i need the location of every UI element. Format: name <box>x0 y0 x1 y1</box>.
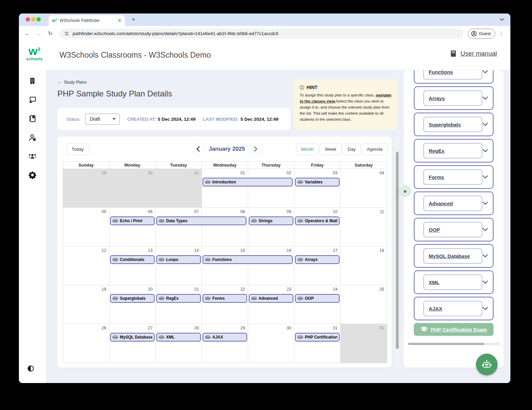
calendar-cell[interactable]: 24phpOOP <box>294 285 341 324</box>
topic-link[interactable]: Forms <box>423 169 482 185</box>
prev-month-button[interactable] <box>192 143 204 155</box>
topic-card[interactable]: Superglobals <box>414 113 494 136</box>
topic-card[interactable]: Arrays <box>414 86 494 110</box>
chevron-down-icon[interactable] <box>482 175 488 179</box>
chevron-down-icon[interactable] <box>482 228 488 231</box>
calendar-cell[interactable]: 04 <box>341 169 387 208</box>
calendar-cell[interactable]: 11 <box>341 208 387 246</box>
calendar-cell[interactable]: 12 <box>63 246 109 285</box>
minimize-window-button[interactable] <box>31 17 35 22</box>
calendar-event[interactable]: phpAdvanced <box>249 294 293 303</box>
calendar-event[interactable]: phpOOP <box>295 294 340 303</box>
calendar-event[interactable]: phpArrays <box>295 255 340 264</box>
chevron-down-icon[interactable] <box>482 281 488 284</box>
calendar-event[interactable]: phpStrings <box>249 216 293 225</box>
topic-card[interactable]: Functions <box>414 70 494 84</box>
calendar-cell[interactable]: 07phpData Types <box>156 208 202 246</box>
classes-icon[interactable] <box>28 95 37 104</box>
topic-card[interactable]: AJAX <box>414 297 494 320</box>
view-month-button[interactable]: Month <box>296 143 319 155</box>
calendar-cell[interactable]: 21phpRegEx <box>156 285 202 324</box>
topic-card[interactable]: Advanced <box>414 192 494 215</box>
view-agenda-button[interactable]: Agenda <box>362 143 388 155</box>
calendar-cell[interactable]: 16 <box>248 246 294 285</box>
php-certification-exam-button[interactable]: PHP Certification Exam <box>414 323 494 336</box>
topic-card[interactable]: MySQL Database <box>414 244 494 268</box>
calendar-cell[interactable]: 01 <box>341 324 387 363</box>
calendar-cell[interactable]: 10phpOperators & Math <box>294 208 341 246</box>
tab-search-chevron-icon[interactable] <box>498 16 506 23</box>
guest-profile-button[interactable]: Guest <box>468 29 495 39</box>
calendar-cell[interactable]: 23phpAdvanced <box>248 285 294 324</box>
chevron-down-icon[interactable] <box>482 96 488 100</box>
topic-link[interactable]: Functions <box>423 70 482 80</box>
students-icon[interactable] <box>28 152 37 160</box>
calendar-event[interactable]: phpIntroduction <box>203 178 293 186</box>
browser-menu-icon[interactable]: ⋮ <box>499 30 504 37</box>
topic-link[interactable]: Arrays <box>423 90 482 106</box>
organization-icon[interactable] <box>28 77 37 85</box>
chevron-down-icon[interactable] <box>482 254 488 258</box>
calendar-event[interactable]: phpFunctions <box>203 255 293 264</box>
topic-card[interactable]: Forms <box>414 165 494 189</box>
calendar-cell[interactable]: 31 <box>156 169 202 208</box>
calendar-cell[interactable]: 06phpEcho / Print <box>109 208 156 246</box>
calendar-cell[interactable]: 14phpLoops <box>156 246 202 285</box>
chevron-down-icon[interactable] <box>482 70 488 74</box>
calendar-cell[interactable]: 13phpConditionals <box>109 246 156 285</box>
breadcrumb[interactable]: ← Study Plans <box>57 80 86 85</box>
calendar-cell[interactable]: 30 <box>109 169 156 208</box>
calendar-cell[interactable]: 20phpSuperglobals <box>109 285 156 324</box>
calendar-cell[interactable]: 19 <box>63 285 109 324</box>
w3schools-logo[interactable]: w3 schools <box>24 45 45 61</box>
today-button[interactable]: Today <box>66 143 89 155</box>
study-plans-icon[interactable] <box>28 114 37 123</box>
browser-tab[interactable]: w3 W3Schools Pathfinder ✕ <box>49 15 125 26</box>
topic-link[interactable]: AJAX <box>423 301 482 316</box>
dark-mode-toggle-icon[interactable] <box>28 365 34 372</box>
calendar-event[interactable]: phpRegEx <box>156 294 201 303</box>
calendar-cell[interactable]: 29 <box>63 169 109 208</box>
calendar-event[interactable]: phpMySQL Database <box>110 333 155 342</box>
forward-icon[interactable]: → <box>33 30 45 37</box>
topic-link[interactable]: RegEx <box>423 143 482 158</box>
tab-close-icon[interactable]: ✕ <box>117 18 122 23</box>
vertical-scrollbar[interactable] <box>396 137 399 368</box>
topic-card[interactable]: RegEx <box>414 139 494 163</box>
calendar-cell[interactable]: 17phpArrays <box>294 246 341 285</box>
topic-link[interactable]: OOP <box>423 222 482 237</box>
calendar-cell[interactable]: 08 <box>202 208 248 246</box>
calendar-event[interactable]: phpEcho / Print <box>110 216 155 225</box>
next-month-button[interactable] <box>250 143 262 155</box>
site-settings-icon[interactable] <box>64 31 69 36</box>
calendar-cell[interactable]: 18 <box>341 246 387 285</box>
calendar-cell[interactable]: 09phpStrings <box>248 208 294 246</box>
reload-icon[interactable]: ↻ <box>45 30 56 37</box>
calendar-event[interactable]: phpPHP Certification ... <box>295 333 340 342</box>
calendar-cell[interactable]: 29phpAJAX <box>202 324 248 363</box>
calendar-event[interactable]: phpXML <box>156 333 201 342</box>
calendar-event[interactable]: phpForms <box>203 294 247 303</box>
calendar-cell[interactable]: 05 <box>63 208 109 246</box>
calendar-cell[interactable]: 15phpFunctions <box>202 246 248 285</box>
horizontal-scrollbar-thumb[interactable] <box>408 343 484 345</box>
calendar-cell[interactable]: 22phpForms <box>202 285 248 324</box>
calendar-cell[interactable]: 27phpMySQL Database <box>109 324 156 363</box>
calendar-event[interactable]: phpConditionals <box>110 255 155 264</box>
topic-link[interactable]: MySQL Database <box>423 248 482 264</box>
vertical-scrollbar-thumb[interactable] <box>396 152 399 349</box>
breadcrumb-label[interactable]: Study Plans <box>64 80 87 85</box>
calendar-event[interactable]: phpLoops <box>156 255 201 264</box>
chevron-down-icon[interactable] <box>482 149 488 152</box>
calendar-event[interactable]: phpAJAX <box>203 333 247 342</box>
collapse-panel-button[interactable]: » <box>399 185 411 197</box>
close-window-button[interactable] <box>26 17 30 22</box>
topic-link[interactable]: Advanced <box>423 196 482 211</box>
calendar-event[interactable]: phpSuperglobals <box>110 294 155 303</box>
back-icon[interactable]: ← <box>22 30 33 37</box>
calendar-cell[interactable]: 01phpIntroduction <box>202 169 248 208</box>
calendar-cell[interactable]: 28phpXML <box>156 324 202 363</box>
chevron-down-icon[interactable] <box>482 123 488 126</box>
chatbot-button[interactable] <box>476 354 498 375</box>
calendar-cell[interactable]: 30 <box>248 324 294 363</box>
